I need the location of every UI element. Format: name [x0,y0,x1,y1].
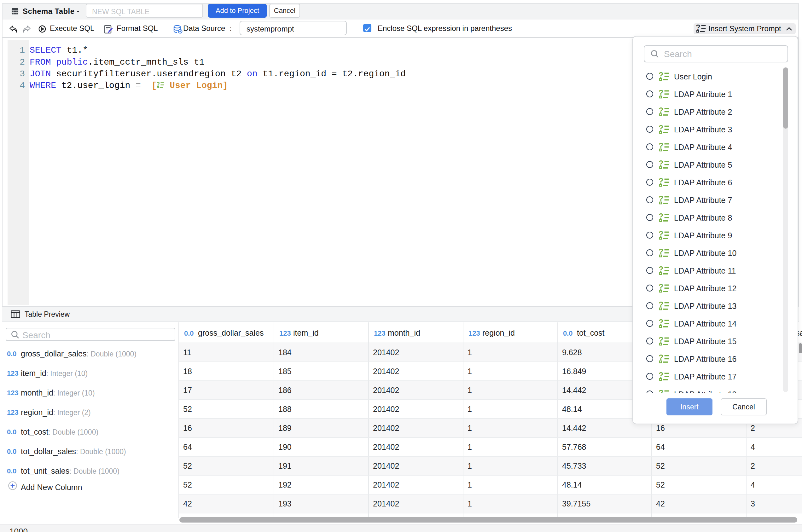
svg-text:?: ? [659,389,663,393]
